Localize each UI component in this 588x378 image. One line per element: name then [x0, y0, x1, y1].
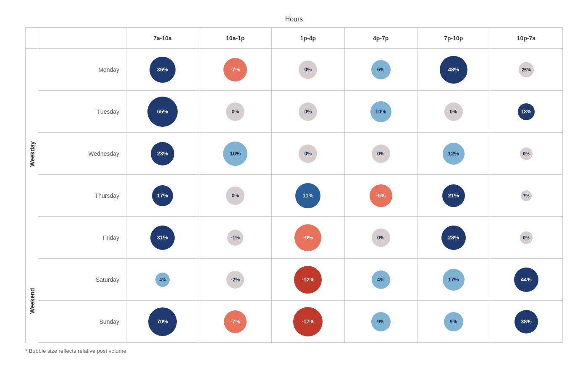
- bubble-sunday-col2: -17%: [293, 307, 323, 336]
- bubble-friday-col2: -9%: [294, 224, 321, 251]
- chart-container: Hours 7a-10a10a-1p1p-4p4p-7p7p-10p10p-7a…: [13, 7, 575, 371]
- data-cell-sunday-4: 9%: [417, 301, 490, 343]
- day-label-tuesday: Tuesday: [38, 91, 126, 133]
- data-cell-tuesday-2: 0%: [272, 91, 344, 133]
- bubble-monday-col1: -7%: [223, 58, 247, 81]
- bubble-wednesday-col5: 0%: [520, 147, 533, 160]
- header-col-2: 1p-4p: [272, 28, 344, 49]
- data-cell-sunday-1: -7%: [199, 301, 272, 343]
- data-cell-tuesday-1: 0%: [199, 91, 272, 133]
- day-label-thursday: Thursday: [38, 175, 126, 217]
- data-cell-tuesday-4: 0%: [417, 91, 490, 133]
- bubble-wednesday-col2: 0%: [299, 144, 317, 163]
- bubble-saturday-col3: 4%: [372, 270, 390, 289]
- data-cell-thursday-0: 17%: [126, 175, 199, 217]
- group-label-weekend: Weekend: [26, 259, 38, 343]
- data-cell-friday-5: 0%: [490, 217, 563, 259]
- data-cell-wednesday-0: 23%: [126, 133, 199, 175]
- bubble-wednesday-col1: 10%: [223, 142, 247, 166]
- data-cell-monday-5: 25%: [490, 49, 563, 91]
- data-cell-monday-1: -7%: [199, 49, 272, 91]
- bubble-tuesday-col3: 10%: [370, 101, 391, 122]
- bubble-friday-col1: -1%: [227, 230, 243, 246]
- data-cell-sunday-3: 9%: [345, 301, 417, 343]
- bubble-saturday-col0: 4%: [155, 273, 170, 287]
- header-col-4: 7p-10p: [417, 28, 490, 49]
- bubble-sunday-col3: 9%: [371, 312, 391, 331]
- data-cell-saturday-5: 44%: [490, 259, 563, 301]
- header-group-empty: [26, 28, 38, 49]
- chart-grid: 7a-10a10a-1p1p-4p4p-7p7p-10p10p-7aWeekda…: [25, 27, 563, 343]
- data-cell-friday-0: 31%: [126, 217, 199, 259]
- footer-note: * Bubble size reflects relative post vol…: [25, 348, 563, 354]
- day-label-saturday: Saturday: [38, 259, 126, 301]
- data-cell-friday-2: -9%: [272, 217, 344, 259]
- bubble-wednesday-col4: 12%: [443, 143, 465, 165]
- bubble-tuesday-col0: 65%: [147, 97, 178, 127]
- bubble-tuesday-col5: 18%: [518, 103, 535, 120]
- bubble-saturday-col1: -2%: [226, 271, 244, 289]
- bubble-friday-col4: 28%: [441, 226, 466, 250]
- bubble-monday-col4: 48%: [440, 56, 467, 84]
- bubble-sunday-col4: 9%: [444, 312, 463, 331]
- day-label-friday: Friday: [38, 217, 126, 259]
- data-cell-saturday-3: 4%: [345, 259, 417, 301]
- data-cell-thursday-3: -5%: [345, 175, 417, 217]
- header-col-1: 10a-1p: [199, 28, 272, 49]
- bubble-wednesday-col3: 0%: [372, 144, 390, 163]
- bubble-saturday-col4: 17%: [443, 269, 465, 291]
- data-cell-saturday-2: -12%: [272, 259, 344, 301]
- data-cell-saturday-4: 17%: [417, 259, 490, 301]
- data-cell-monday-4: 48%: [417, 49, 490, 91]
- bubble-saturday-col5: 44%: [514, 268, 538, 292]
- data-cell-friday-3: 0%: [345, 217, 417, 259]
- bubble-monday-col5: 25%: [519, 62, 534, 77]
- bubble-friday-col3: 0%: [372, 228, 390, 247]
- day-label-wednesday: Wednesday: [38, 133, 126, 175]
- data-cell-sunday-0: 70%: [126, 301, 199, 343]
- data-cell-tuesday-3: 10%: [345, 91, 417, 133]
- data-cell-wednesday-3: 0%: [345, 133, 417, 175]
- header-day-empty: [38, 28, 126, 49]
- header-col-3: 4p-7p: [345, 28, 417, 49]
- data-cell-thursday-1: 0%: [199, 175, 272, 217]
- data-cell-sunday-5: 38%: [490, 301, 563, 343]
- group-label-weekday: Weekday: [26, 49, 38, 259]
- data-cell-saturday-1: -2%: [199, 259, 272, 301]
- data-cell-monday-0: 36%: [126, 49, 199, 91]
- data-cell-wednesday-1: 10%: [199, 133, 272, 175]
- bubble-thursday-col3: -5%: [370, 184, 392, 207]
- data-cell-sunday-2: -17%: [272, 301, 344, 343]
- data-cell-friday-1: -1%: [199, 217, 272, 259]
- bubble-tuesday-col2: 0%: [299, 102, 317, 121]
- data-cell-tuesday-5: 18%: [490, 91, 563, 133]
- header-col-0: 7a-10a: [126, 28, 199, 49]
- bubble-monday-col3: 6%: [371, 60, 391, 79]
- bubble-thursday-col0: 17%: [152, 185, 173, 206]
- data-cell-thursday-4: 21%: [417, 175, 490, 217]
- bubble-sunday-col5: 38%: [514, 310, 538, 333]
- header-col-5: 10p-7a: [490, 28, 563, 49]
- data-cell-wednesday-5: 0%: [490, 133, 563, 175]
- data-cell-friday-4: 28%: [417, 217, 490, 259]
- bubble-thursday-col2: 11%: [295, 183, 320, 208]
- bubble-tuesday-col1: 0%: [226, 102, 244, 121]
- data-cell-saturday-0: 4%: [126, 259, 199, 301]
- bubble-saturday-col2: -12%: [294, 266, 322, 294]
- data-cell-thursday-2: 11%: [272, 175, 344, 217]
- data-cell-wednesday-2: 0%: [272, 133, 344, 175]
- bubble-sunday-col0: 70%: [148, 307, 177, 336]
- bubble-monday-col2: 0%: [299, 60, 317, 79]
- bubble-wednesday-col0: 23%: [151, 142, 174, 165]
- bubble-tuesday-col4: 0%: [444, 102, 463, 121]
- data-cell-thursday-5: 7%: [490, 175, 563, 217]
- data-cell-tuesday-0: 65%: [126, 91, 199, 133]
- bubble-thursday-col5: 7%: [521, 190, 532, 201]
- chart-title: Hours: [25, 16, 563, 23]
- bubble-monday-col0: 36%: [150, 57, 176, 83]
- bubble-thursday-col4: 21%: [442, 184, 465, 207]
- day-label-monday: Monday: [38, 49, 126, 91]
- bubble-sunday-col1: -7%: [224, 310, 247, 333]
- data-cell-monday-2: 0%: [272, 49, 344, 91]
- data-cell-monday-3: 6%: [345, 49, 417, 91]
